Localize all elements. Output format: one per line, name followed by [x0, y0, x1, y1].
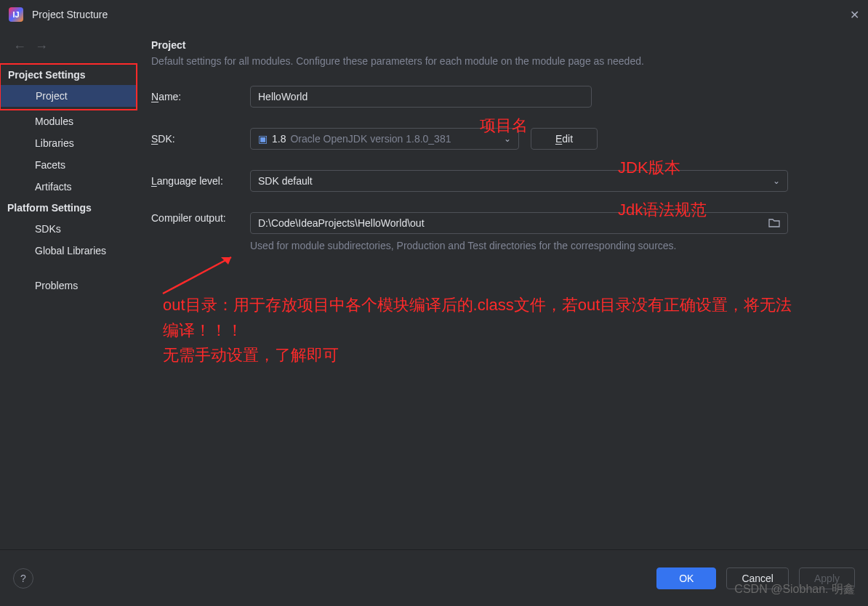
titlebar: IJ Project Structure ✕ [0, 0, 868, 29]
name-input[interactable]: HelloWorld [250, 86, 592, 108]
annotation-out-desc-1: out目录：用于存放项目中各个模块编译后的.class文件，若out目录没有正确… [163, 292, 803, 343]
sdk-select[interactable]: ▣ 1.8 Oracle OpenJDK version 1.8.0_381 ⌄ [250, 128, 519, 150]
button-bar: ? OK Cancel Apply [0, 549, 868, 606]
sidebar-item-libraries[interactable]: Libraries [0, 132, 140, 154]
sidebar-item-sdks[interactable]: SDKs [0, 218, 140, 240]
sidebar-item-project[interactable]: Project [1, 85, 136, 107]
main-panel: Project Default settings for all modules… [140, 29, 868, 548]
nav-back-icon[interactable]: ← [13, 39, 26, 54]
close-icon[interactable]: ✕ [850, 8, 859, 22]
sidebar-item-facets[interactable]: Facets [0, 154, 140, 176]
folder-icon: ▣ [258, 133, 268, 145]
label-sdk: SDK: [151, 133, 250, 145]
annotation-out-desc-2: 无需手动设置，了解即可 [163, 344, 339, 366]
sidebar-item-global-libraries[interactable]: Global Libraries [0, 240, 140, 262]
svg-line-0 [163, 257, 231, 294]
chevron-down-icon: ⌄ [773, 176, 780, 186]
compiler-output-hint: Used for module subdirectories, Producti… [250, 240, 855, 251]
row-name: Name: HelloWorld [151, 86, 855, 108]
annotation-highlight-box: Project Settings Project [0, 63, 137, 110]
nav-forward-icon[interactable]: → [35, 39, 48, 54]
row-language-level: Language level: SDK default ⌄ [151, 170, 855, 192]
label-name: Name: [151, 91, 250, 102]
annotation-jdk-version: JDK版本 [618, 157, 680, 179]
watermark: CSDN @Siobhan. 明鑫 [734, 582, 855, 597]
browse-folder-icon[interactable] [768, 217, 780, 230]
row-compiler-output: Compiler output: D:\Code\IdeaProjects\He… [151, 212, 855, 251]
sidebar-item-artifacts[interactable]: Artifacts [0, 176, 140, 198]
compiler-output-input[interactable]: D:\Code\IdeaProjects\HelloWorld\out [250, 212, 788, 234]
annotation-jdk-syntax: Jdk语法规范 [618, 199, 707, 221]
page-subtitle: Default settings for all modules. Config… [151, 55, 855, 67]
section-project-settings: Project Settings [1, 65, 136, 85]
app-icon: IJ [9, 7, 23, 22]
annotation-project-name: 项目名 [480, 115, 528, 137]
sidebar-item-problems[interactable]: Problems [0, 275, 140, 296]
window-title: Project Structure [32, 9, 108, 20]
sdk-desc: Oracle OpenJDK version 1.8.0_381 [290, 133, 451, 145]
help-button[interactable]: ? [13, 568, 33, 589]
language-level-select[interactable]: SDK default ⌄ [250, 170, 788, 192]
ok-button[interactable]: OK [656, 567, 716, 589]
label-language-level: Language level: [151, 175, 250, 187]
page-title: Project [151, 39, 855, 51]
sidebar: ← → Project Settings Project Modules Lib… [0, 29, 140, 548]
annotation-arrow [156, 253, 243, 296]
label-compiler-output: Compiler output: [151, 212, 250, 224]
section-platform-settings: Platform Settings [0, 198, 140, 218]
sidebar-item-modules[interactable]: Modules [0, 110, 140, 132]
edit-button[interactable]: Edit [531, 128, 598, 150]
sdk-version: 1.8 [272, 133, 286, 145]
